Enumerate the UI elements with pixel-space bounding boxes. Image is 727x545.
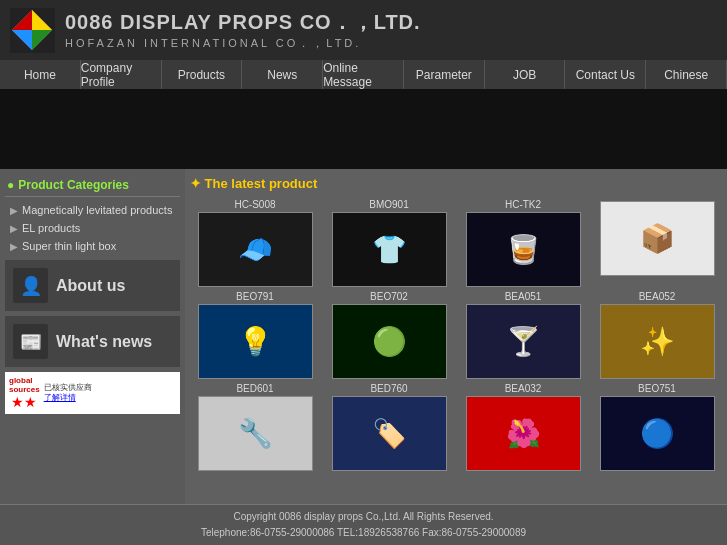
sidebar-item-el[interactable]: ▶ EL products <box>5 219 180 237</box>
about-us-box[interactable]: 👤 About us <box>5 260 180 311</box>
products-grid: HC-S008🧢BMO901👕HC-TK2🥃📦BEO791💡BEO702🟢BEA… <box>190 199 722 471</box>
sidebar-item-maglev[interactable]: ▶ Magnetically levitated products <box>5 201 180 219</box>
product-cell[interactable]: BED601🔧 <box>190 383 320 471</box>
product-label: BMO901 <box>369 199 408 210</box>
nav-item-products[interactable]: Products <box>162 60 243 89</box>
nav-item-chinese[interactable]: Chinese <box>646 60 727 89</box>
product-image: 🌺 <box>466 396 581 471</box>
product-cell[interactable]: BEA051🍸 <box>458 291 588 379</box>
product-image: 🟢 <box>332 304 447 379</box>
logo-subtitle: HOFAZAN INTERNATIONAL CO．，LTD. <box>65 36 421 51</box>
footer-line2: Telephone:86-0755-29000086 TEL:189265387… <box>4 525 723 541</box>
products-area: ✦ The latest product HC-S008🧢BMO901👕HC-T… <box>185 169 727 504</box>
product-image: 📦 <box>600 201 715 276</box>
product-image: 🧢 <box>198 212 313 287</box>
product-label: BED760 <box>370 383 407 394</box>
product-cell[interactable]: BMO901👕 <box>324 199 454 287</box>
arrow-icon: ▶ <box>10 205 18 216</box>
sidebar: ● Product Categories ▶ Magnetically levi… <box>0 169 185 504</box>
badge-logo: globalsources ★★ <box>9 376 40 410</box>
sidebar-categories-header: ● Product Categories <box>5 174 180 197</box>
about-us-label: About us <box>56 277 125 295</box>
nav-item-parameter[interactable]: Parameter <box>404 60 485 89</box>
product-label: BEO751 <box>638 383 676 394</box>
nav-item-news[interactable]: News <box>242 60 323 89</box>
product-image: 👕 <box>332 212 447 287</box>
product-label: BEA032 <box>505 383 542 394</box>
badge-link[interactable]: 了解详情 <box>44 392 92 403</box>
arrow-icon: ▶ <box>10 241 18 252</box>
sidebar-item-lightbox[interactable]: ▶ Super thin light box <box>5 237 180 255</box>
footer-line1: Copyright 0086 display props Co.,Ltd. Al… <box>4 509 723 525</box>
product-image: 🔵 <box>600 396 715 471</box>
product-image: 🥃 <box>466 212 581 287</box>
green-dot-icon: ● <box>7 178 14 192</box>
product-cell[interactable]: BEO702🟢 <box>324 291 454 379</box>
banner <box>0 89 727 169</box>
product-cell[interactable]: BEA032🌺 <box>458 383 588 471</box>
badge-info: 已核实供应商 了解详情 <box>44 383 92 404</box>
product-image: ✨ <box>600 304 715 379</box>
logo-text: 0086 DISPLAY PROPS CO．，LTD. HOFAZAN INTE… <box>65 9 421 51</box>
product-label: BEO791 <box>236 291 274 302</box>
nav-item-home[interactable]: Home <box>0 60 81 89</box>
product-label: BEA051 <box>505 291 542 302</box>
product-cell[interactable]: BED760🏷️ <box>324 383 454 471</box>
badge-stars: ★★ <box>11 394 37 410</box>
logo-icon <box>10 8 55 53</box>
nav-item-company-profile[interactable]: Company Profile <box>81 60 162 89</box>
about-us-image: 👤 <box>13 268 48 303</box>
product-label: HC-S008 <box>234 199 275 210</box>
global-sources-badge: globalsources ★★ 已核实供应商 了解详情 <box>5 372 180 414</box>
header: 0086 DISPLAY PROPS CO．，LTD. HOFAZAN INTE… <box>0 0 727 60</box>
product-cell[interactable]: 📦 <box>592 199 722 287</box>
badge-verified-text: 已核实供应商 <box>44 383 92 393</box>
nav-item-online-message[interactable]: Online Message <box>323 60 404 89</box>
product-label: BEA052 <box>639 291 676 302</box>
product-label: BED601 <box>236 383 273 394</box>
products-title: ✦ The latest product <box>190 174 722 193</box>
nav-item-contact-us[interactable]: Contact Us <box>565 60 646 89</box>
product-cell[interactable]: BEO791💡 <box>190 291 320 379</box>
navbar: HomeCompany ProfileProductsNewsOnline Me… <box>0 60 727 89</box>
product-cell[interactable]: BEA052✨ <box>592 291 722 379</box>
whats-news-label: What's news <box>56 333 152 351</box>
product-cell[interactable]: HC-TK2🥃 <box>458 199 588 287</box>
product-image: 💡 <box>198 304 313 379</box>
product-label: BEO702 <box>370 291 408 302</box>
product-image: 🔧 <box>198 396 313 471</box>
product-image: 🏷️ <box>332 396 447 471</box>
footer: Copyright 0086 display props Co.,Ltd. Al… <box>0 504 727 545</box>
nav-item-job[interactable]: JOB <box>485 60 566 89</box>
product-image: 🍸 <box>466 304 581 379</box>
arrow-icon: ▶ <box>10 223 18 234</box>
product-cell[interactable]: HC-S008🧢 <box>190 199 320 287</box>
product-label: HC-TK2 <box>505 199 541 210</box>
whats-news-box[interactable]: 📰 What's news <box>5 316 180 367</box>
product-cell[interactable]: BEO751🔵 <box>592 383 722 471</box>
logo-title: 0086 DISPLAY PROPS CO．，LTD. <box>65 9 421 36</box>
whats-news-image: 📰 <box>13 324 48 359</box>
main-content: ● Product Categories ▶ Magnetically levi… <box>0 169 727 504</box>
